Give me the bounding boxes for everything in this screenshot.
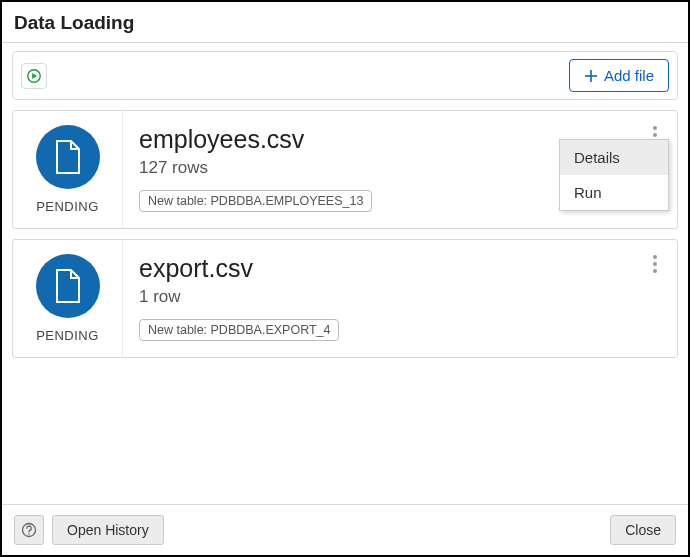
- dialog-footer: Open History Close: [2, 504, 688, 555]
- file-name: export.csv: [139, 254, 661, 283]
- dialog-title: Data Loading: [14, 12, 676, 34]
- add-file-label: Add file: [604, 67, 654, 84]
- run-all-button[interactable]: [21, 63, 47, 89]
- file-card-status-area: PENDING: [13, 111, 123, 228]
- file-card: PENDING employees.csv 127 rows New table…: [12, 110, 678, 229]
- add-file-button[interactable]: Add file: [569, 59, 669, 92]
- file-list: PENDING employees.csv 127 rows New table…: [2, 100, 688, 504]
- open-history-button[interactable]: Open History: [52, 515, 164, 545]
- data-loading-dialog: Data Loading Add file: [0, 0, 690, 557]
- close-button[interactable]: Close: [610, 515, 676, 545]
- file-icon: [53, 139, 83, 175]
- file-card: PENDING export.csv 1 row New table: PDBD…: [12, 239, 678, 358]
- svg-marker-1: [32, 73, 37, 79]
- dialog-header: Data Loading: [2, 2, 688, 43]
- footer-left: Open History: [14, 515, 164, 545]
- status-label: PENDING: [36, 328, 99, 343]
- target-table-tag: New table: PDBDBA.EXPORT_4: [139, 319, 339, 341]
- file-actions-menu: Details Run: [559, 139, 669, 211]
- help-icon: [21, 522, 37, 538]
- file-card-info: export.csv 1 row New table: PDBDBA.EXPOR…: [123, 240, 677, 357]
- play-icon: [27, 69, 41, 83]
- svg-point-5: [28, 533, 30, 535]
- menu-item-run[interactable]: Run: [560, 175, 668, 210]
- menu-item-details[interactable]: Details: [560, 140, 668, 175]
- row-count: 1 row: [139, 287, 661, 307]
- file-actions-menu-button[interactable]: [643, 252, 667, 276]
- file-type-badge: [36, 125, 100, 189]
- help-button[interactable]: [14, 515, 44, 545]
- file-type-badge: [36, 254, 100, 318]
- target-table-tag: New table: PDBDBA.EMPLOYEES_13: [139, 190, 372, 212]
- file-icon: [53, 268, 83, 304]
- plus-icon: [584, 69, 598, 83]
- toolbar: Add file: [12, 51, 678, 100]
- status-label: PENDING: [36, 199, 99, 214]
- file-card-status-area: PENDING: [13, 240, 123, 357]
